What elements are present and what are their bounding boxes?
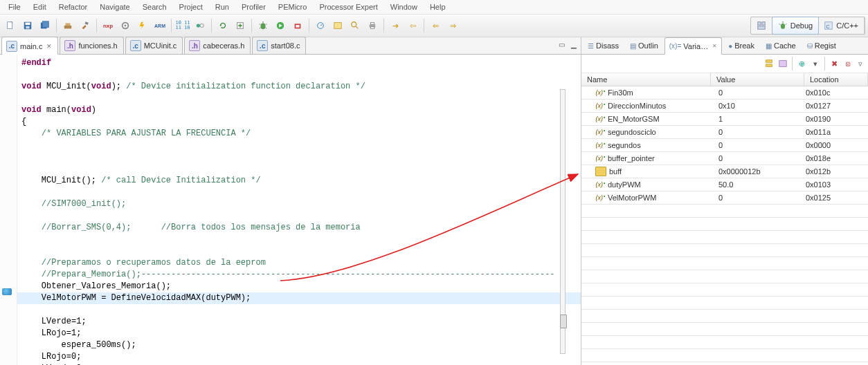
remove-icon[interactable]: ✖ [828, 57, 840, 70]
code-line[interactable]: MCU_init(); /* call Device Initializatio… [17, 175, 581, 187]
external-tools-icon[interactable] [290, 18, 305, 33]
minimize-icon[interactable]: ▁ [568, 39, 579, 50]
forward-icon[interactable]: ⇒ [445, 18, 460, 33]
tab-main-c[interactable]: .cmain.c✕ [1, 37, 58, 55]
variable-row[interactable]: EN_MotorGSM10x0190 [581, 113, 868, 126]
back-icon[interactable]: ⇐ [428, 18, 443, 33]
collapse-all-icon[interactable] [763, 57, 775, 70]
tab-cabeceras-h[interactable]: .hcabeceras.h [184, 37, 251, 54]
menu-navigate[interactable]: Navigate [94, 1, 135, 12]
menu-pemicro[interactable]: PEMicro [273, 1, 313, 12]
view-tab-disass[interactable]: ☰Disass [583, 37, 624, 54]
gear-icon[interactable] [118, 18, 133, 33]
add-global-icon[interactable]: ⊕ [795, 57, 808, 70]
close-icon[interactable]: ✕ [46, 43, 52, 50]
save-all-icon[interactable] [37, 18, 53, 33]
view-tab-outlin[interactable]: ▤Outlin [625, 37, 663, 54]
show-type-icon[interactable] [777, 57, 789, 70]
save-icon[interactable] [20, 18, 35, 33]
code-line[interactable]: espera_500ms(); [17, 339, 581, 351]
code-line[interactable] [17, 93, 581, 104]
menu-help[interactable]: Help [424, 1, 451, 12]
view-menu-icon[interactable]: ▿ [856, 57, 865, 70]
view-tab-break[interactable]: ●Break [723, 37, 759, 54]
scroll-thumb[interactable] [560, 315, 567, 328]
overview-ruler[interactable] [560, 89, 566, 354]
code-line[interactable]: LVerde=1; [17, 316, 581, 328]
code-line[interactable]: void main(void) [17, 104, 581, 116]
close-icon[interactable]: ✕ [712, 43, 717, 49]
build-icon[interactable] [60, 18, 75, 33]
print-icon[interactable] [365, 18, 380, 33]
code-line[interactable] [17, 304, 581, 316]
perspective-debug[interactable]: Debug [772, 17, 819, 35]
code-line[interactable] [17, 234, 581, 245]
code-line[interactable]: /* VARIABLES PARA AJUSTAR LA FRECUENCIA … [17, 128, 581, 140]
menu-refactor[interactable]: Refactor [53, 1, 93, 12]
hammer-icon[interactable] [78, 18, 93, 33]
menu-project[interactable]: Project [174, 1, 208, 12]
code-editor[interactable]: #endifvoid MCU_init(void); /* Device ini… [0, 55, 581, 365]
code-body[interactable]: #endifvoid MCU_init(void); /* Device ini… [17, 55, 581, 365]
code-line[interactable] [17, 187, 581, 198]
code-line[interactable]: LRojo=0; [17, 351, 581, 363]
code-line[interactable]: { [17, 116, 581, 128]
next-annotation-icon[interactable]: ➔ [388, 18, 403, 33]
variable-row[interactable]: buff0x0000012b0x012b [581, 165, 868, 178]
col-value[interactable]: Value [711, 73, 804, 86]
variable-row[interactable]: buffer_pointer00x018e [581, 152, 868, 165]
menu-profiler[interactable]: Profiler [236, 1, 271, 12]
code-line[interactable]: //SIM7000_init(); [17, 198, 581, 210]
menu-edit[interactable]: Edit [28, 1, 52, 12]
menu-window[interactable]: Window [385, 1, 423, 12]
col-name[interactable]: Name [581, 73, 711, 86]
variable-row[interactable]: dutyPWM50.00x0103 [581, 178, 868, 191]
menu-processor expert[interactable]: Processor Expert [314, 1, 383, 12]
code-line[interactable] [17, 210, 581, 222]
variable-row[interactable]: segundosciclo00x011a [581, 126, 868, 139]
prev-annotation-icon[interactable]: ⇦ [405, 18, 420, 33]
code-line[interactable]: void MCU_init(void); /* Device initializ… [17, 81, 581, 93]
code-line[interactable]: //Preparamos o recuperamos datos de la e… [17, 257, 581, 269]
code-line[interactable]: //Prepara_Memoria();--------------------… [17, 269, 581, 281]
menu-run[interactable]: Run [210, 1, 235, 12]
cpu-nxp-icon[interactable]: nxp [100, 18, 116, 33]
open-perspective-button[interactable] [751, 17, 772, 34]
variable-row[interactable]: segundos00x0000 [581, 139, 868, 152]
tab-funciones-h[interactable]: .hfunciones.h [60, 37, 123, 54]
profile-icon[interactable] [313, 18, 328, 33]
maximize-icon[interactable]: ▭ [556, 39, 567, 50]
view-tab-regist[interactable]: ⛁Regist [802, 37, 841, 54]
open-type-icon[interactable] [330, 18, 345, 33]
code-line[interactable]: #endif [17, 57, 581, 69]
update-icon[interactable] [233, 18, 248, 33]
tab-start08-c[interactable]: .cstart08.c [252, 37, 306, 54]
variable-row[interactable]: Fin30m00x010c [581, 86, 868, 100]
binary-icon[interactable]: 10 1111 10 [175, 18, 190, 33]
code-line[interactable] [17, 245, 581, 257]
code-line[interactable]: Obtener_Valores_Memoria(); [17, 281, 581, 292]
view-tab-cache[interactable]: ▦Cache [761, 37, 801, 54]
code-line[interactable] [17, 151, 581, 163]
code-line[interactable]: //Borrar_SMS(0,4); //Borra todos los men… [17, 222, 581, 234]
col-location[interactable]: Location [804, 73, 868, 86]
breakpoint-marker-icon[interactable] [2, 288, 12, 295]
code-line[interactable] [17, 163, 581, 175]
variable-row[interactable]: VelMotorPWM00x0125 [581, 191, 868, 205]
search-icon[interactable] [347, 18, 363, 33]
menu-search[interactable]: Search [137, 1, 172, 12]
view-tab-varia[interactable]: (x)=Varia…✕ [664, 37, 722, 55]
run-icon[interactable] [273, 18, 288, 33]
chip-icon[interactable]: ARM [152, 18, 168, 33]
code-line[interactable] [17, 69, 581, 81]
menu-icon[interactable]: ▾ [809, 57, 822, 70]
perspective-cpp[interactable]: C C/C++ [818, 17, 865, 34]
menu-file[interactable]: File [3, 1, 26, 12]
refresh-icon[interactable] [215, 18, 230, 33]
variable-row[interactable]: DireccionMinutos0x100x0127 [581, 100, 868, 113]
flash-icon[interactable] [135, 18, 150, 33]
code-line[interactable]: VelMotorPWM = DefineVelocidadMAX(dutyPWM… [17, 292, 581, 304]
remove-all-icon[interactable]: ⦻ [842, 57, 854, 70]
code-line[interactable] [17, 140, 581, 151]
toggle-icon[interactable] [192, 18, 208, 33]
